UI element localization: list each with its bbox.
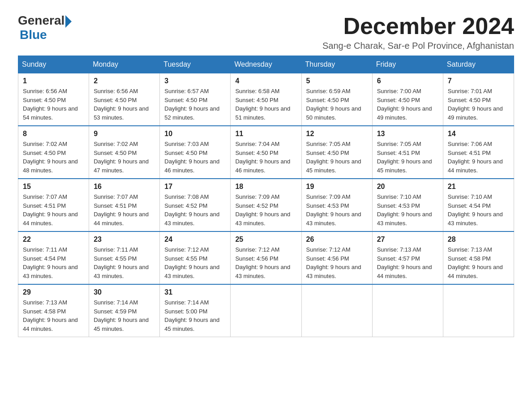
col-header-monday: Monday xyxy=(89,56,160,73)
calendar-day-cell: 27 Sunrise: 7:13 AM Sunset: 4:57 PM Dayl… xyxy=(372,231,443,284)
day-number: 15 xyxy=(23,183,84,191)
calendar-header-row: Sunday Monday Tuesday Wednesday Thursday… xyxy=(18,56,514,73)
day-number: 14 xyxy=(448,130,509,138)
day-number: 29 xyxy=(23,288,84,296)
calendar-day-cell: 2 Sunrise: 6:56 AM Sunset: 4:50 PM Dayli… xyxy=(89,73,160,126)
day-number: 27 xyxy=(377,235,438,244)
calendar-day-cell: 19 Sunrise: 7:09 AM Sunset: 4:53 PM Dayl… xyxy=(301,179,372,231)
location-title: Sang-e Charak, Sar-e Pol Province, Afgha… xyxy=(322,41,514,51)
calendar-day-cell: 18 Sunrise: 7:09 AM Sunset: 4:52 PM Dayl… xyxy=(231,179,301,231)
day-number: 24 xyxy=(164,235,226,244)
calendar-day-cell: 14 Sunrise: 7:06 AM Sunset: 4:51 PM Dayl… xyxy=(443,126,514,179)
day-number: 12 xyxy=(306,130,368,138)
day-number: 3 xyxy=(164,77,226,85)
calendar-day-cell: 7 Sunrise: 7:01 AM Sunset: 4:50 PM Dayli… xyxy=(443,73,514,126)
col-header-friday: Friday xyxy=(372,56,443,73)
calendar-day-cell: 8 Sunrise: 7:02 AM Sunset: 4:50 PM Dayli… xyxy=(18,126,89,179)
day-number: 28 xyxy=(448,235,509,244)
logo: General Blue xyxy=(18,13,72,42)
calendar-day-cell: 17 Sunrise: 7:08 AM Sunset: 4:52 PM Dayl… xyxy=(160,179,231,231)
calendar-day-cell: 21 Sunrise: 7:10 AM Sunset: 4:54 PM Dayl… xyxy=(443,179,514,231)
calendar-day-cell: 16 Sunrise: 7:07 AM Sunset: 4:51 PM Dayl… xyxy=(89,179,160,231)
day-info: Sunrise: 7:02 AM Sunset: 4:50 PM Dayligh… xyxy=(94,140,155,175)
day-number: 21 xyxy=(448,183,509,191)
calendar-day-cell: 4 Sunrise: 6:58 AM Sunset: 4:50 PM Dayli… xyxy=(231,73,301,126)
day-info: Sunrise: 7:08 AM Sunset: 4:52 PM Dayligh… xyxy=(164,193,226,227)
day-number: 20 xyxy=(377,183,438,191)
day-info: Sunrise: 7:04 AM Sunset: 4:50 PM Dayligh… xyxy=(235,140,296,175)
month-title: December 2024 xyxy=(322,13,514,39)
day-number: 30 xyxy=(94,288,155,296)
day-info: Sunrise: 7:09 AM Sunset: 4:53 PM Dayligh… xyxy=(306,193,368,227)
calendar-day-cell: 20 Sunrise: 7:10 AM Sunset: 4:53 PM Dayl… xyxy=(372,179,443,231)
day-number: 16 xyxy=(94,183,155,191)
day-number: 6 xyxy=(377,77,438,85)
day-info: Sunrise: 7:12 AM Sunset: 4:55 PM Dayligh… xyxy=(164,245,226,280)
day-info: Sunrise: 7:12 AM Sunset: 4:56 PM Dayligh… xyxy=(306,245,368,280)
day-number: 2 xyxy=(94,77,155,85)
col-header-saturday: Saturday xyxy=(443,56,514,73)
calendar-week-row: 29 Sunrise: 7:13 AM Sunset: 4:58 PM Dayl… xyxy=(18,284,514,337)
calendar-day-cell: 28 Sunrise: 7:13 AM Sunset: 4:58 PM Dayl… xyxy=(443,231,514,284)
day-info: Sunrise: 7:05 AM Sunset: 4:50 PM Dayligh… xyxy=(306,140,368,175)
day-number: 11 xyxy=(235,130,296,138)
day-info: Sunrise: 6:56 AM Sunset: 4:50 PM Dayligh… xyxy=(23,87,84,122)
calendar-week-row: 1 Sunrise: 6:56 AM Sunset: 4:50 PM Dayli… xyxy=(18,73,514,126)
calendar-day-cell: 22 Sunrise: 7:11 AM Sunset: 4:54 PM Dayl… xyxy=(18,231,89,284)
logo-general-text: General xyxy=(18,13,64,28)
day-info: Sunrise: 6:57 AM Sunset: 4:50 PM Dayligh… xyxy=(164,87,226,122)
day-number: 17 xyxy=(164,183,226,191)
day-number: 25 xyxy=(235,235,296,244)
logo-arrow-icon xyxy=(65,15,72,28)
day-number: 4 xyxy=(235,77,296,85)
calendar-table: Sunday Monday Tuesday Wednesday Thursday… xyxy=(18,56,514,337)
calendar-day-cell: 30 Sunrise: 7:14 AM Sunset: 4:59 PM Dayl… xyxy=(89,284,160,337)
calendar-day-cell: 5 Sunrise: 6:59 AM Sunset: 4:50 PM Dayli… xyxy=(301,73,372,126)
calendar-day-cell: 12 Sunrise: 7:05 AM Sunset: 4:50 PM Dayl… xyxy=(301,126,372,179)
day-info: Sunrise: 7:14 AM Sunset: 4:59 PM Dayligh… xyxy=(94,298,155,333)
logo-blue-text: Blue xyxy=(20,28,72,42)
day-number: 9 xyxy=(94,130,155,138)
calendar-week-row: 8 Sunrise: 7:02 AM Sunset: 4:50 PM Dayli… xyxy=(18,126,514,179)
col-header-thursday: Thursday xyxy=(301,56,372,73)
calendar-day-cell: 15 Sunrise: 7:07 AM Sunset: 4:51 PM Dayl… xyxy=(18,179,89,231)
calendar-day-cell: 10 Sunrise: 7:03 AM Sunset: 4:50 PM Dayl… xyxy=(160,126,231,179)
day-info: Sunrise: 7:11 AM Sunset: 4:54 PM Dayligh… xyxy=(23,245,84,280)
day-info: Sunrise: 7:10 AM Sunset: 4:53 PM Dayligh… xyxy=(377,193,438,227)
page-header: General Blue December 2024 Sang-e Charak… xyxy=(18,13,514,51)
day-info: Sunrise: 7:00 AM Sunset: 4:50 PM Dayligh… xyxy=(377,87,438,122)
calendar-day-cell: 1 Sunrise: 6:56 AM Sunset: 4:50 PM Dayli… xyxy=(18,73,89,126)
calendar-day-cell: 3 Sunrise: 6:57 AM Sunset: 4:50 PM Dayli… xyxy=(160,73,231,126)
day-info: Sunrise: 6:56 AM Sunset: 4:50 PM Dayligh… xyxy=(94,87,155,122)
day-info: Sunrise: 7:01 AM Sunset: 4:50 PM Dayligh… xyxy=(448,87,509,122)
day-info: Sunrise: 6:59 AM Sunset: 4:50 PM Dayligh… xyxy=(306,87,368,122)
day-info: Sunrise: 7:10 AM Sunset: 4:54 PM Dayligh… xyxy=(448,193,509,227)
day-info: Sunrise: 7:07 AM Sunset: 4:51 PM Dayligh… xyxy=(23,193,84,227)
calendar-day-cell: 29 Sunrise: 7:13 AM Sunset: 4:58 PM Dayl… xyxy=(18,284,89,337)
calendar-day-cell: 6 Sunrise: 7:00 AM Sunset: 4:50 PM Dayli… xyxy=(372,73,443,126)
calendar-day-cell: 13 Sunrise: 7:05 AM Sunset: 4:51 PM Dayl… xyxy=(372,126,443,179)
calendar-day-cell: 11 Sunrise: 7:04 AM Sunset: 4:50 PM Dayl… xyxy=(231,126,301,179)
calendar-week-row: 15 Sunrise: 7:07 AM Sunset: 4:51 PM Dayl… xyxy=(18,179,514,231)
col-header-tuesday: Tuesday xyxy=(160,56,231,73)
day-number: 5 xyxy=(306,77,368,85)
day-info: Sunrise: 7:14 AM Sunset: 5:00 PM Dayligh… xyxy=(164,298,226,333)
calendar-day-cell: 26 Sunrise: 7:12 AM Sunset: 4:56 PM Dayl… xyxy=(301,231,372,284)
day-info: Sunrise: 7:13 AM Sunset: 4:57 PM Dayligh… xyxy=(377,245,438,280)
day-number: 19 xyxy=(306,183,368,191)
day-info: Sunrise: 7:12 AM Sunset: 4:56 PM Dayligh… xyxy=(235,245,296,280)
calendar-day-cell xyxy=(301,284,372,337)
calendar-day-cell: 23 Sunrise: 7:11 AM Sunset: 4:55 PM Dayl… xyxy=(89,231,160,284)
title-section: December 2024 Sang-e Charak, Sar-e Pol P… xyxy=(322,13,514,51)
calendar-day-cell: 25 Sunrise: 7:12 AM Sunset: 4:56 PM Dayl… xyxy=(231,231,301,284)
day-info: Sunrise: 7:09 AM Sunset: 4:52 PM Dayligh… xyxy=(235,193,296,227)
calendar-day-cell: 31 Sunrise: 7:14 AM Sunset: 5:00 PM Dayl… xyxy=(160,284,231,337)
day-number: 13 xyxy=(377,130,438,138)
day-info: Sunrise: 6:58 AM Sunset: 4:50 PM Dayligh… xyxy=(235,87,296,122)
calendar-day-cell xyxy=(372,284,443,337)
calendar-day-cell xyxy=(231,284,301,337)
day-number: 26 xyxy=(306,235,368,244)
day-number: 7 xyxy=(448,77,509,85)
day-number: 23 xyxy=(94,235,155,244)
day-number: 31 xyxy=(164,288,226,296)
